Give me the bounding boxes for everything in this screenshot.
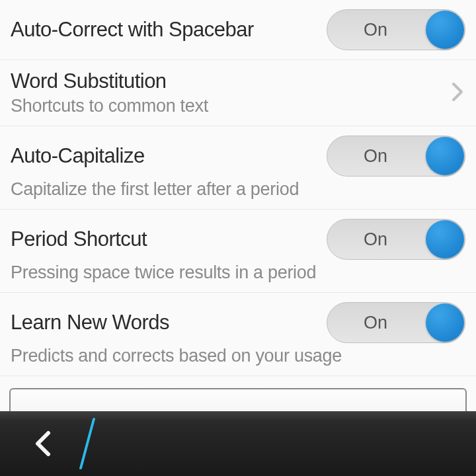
auto-correct-toggle[interactable]: On bbox=[327, 9, 465, 50]
toggle-label: On bbox=[327, 313, 424, 333]
back-icon bbox=[34, 429, 52, 458]
setting-subtitle: Capitalize the first letter after a peri… bbox=[11, 179, 465, 200]
period-shortcut-toggle[interactable]: On bbox=[327, 219, 465, 260]
setting-title: Auto-Capitalize bbox=[11, 144, 145, 168]
setting-learn-new-words: Learn New Words On Predicts and corrects… bbox=[0, 293, 476, 376]
setting-auto-correct: Auto-Correct with Spacebar On bbox=[0, 0, 476, 60]
toggle-label: On bbox=[327, 146, 424, 167]
setting-auto-capitalize: Auto-Capitalize On Capitalize the first … bbox=[0, 126, 476, 210]
learn-new-words-toggle[interactable]: On bbox=[327, 302, 465, 343]
setting-title: Period Shortcut bbox=[11, 227, 147, 251]
chevron-right-icon bbox=[452, 83, 463, 104]
auto-capitalize-toggle[interactable]: On bbox=[327, 136, 465, 177]
setting-title: Auto-Correct with Spacebar bbox=[11, 18, 254, 42]
setting-title: Learn New Words bbox=[11, 311, 169, 335]
back-button[interactable] bbox=[0, 411, 86, 476]
setting-period-shortcut: Period Shortcut On Pressing space twice … bbox=[0, 210, 476, 293]
setting-subtitle: Predicts and corrects based on your usag… bbox=[11, 346, 465, 366]
toggle-knob bbox=[426, 220, 464, 258]
setting-title: Word Substitution bbox=[11, 69, 436, 93]
toggle-knob bbox=[426, 11, 464, 49]
setting-subtitle: Shortcuts to common text bbox=[11, 96, 436, 116]
toggle-knob bbox=[426, 303, 464, 342]
bottom-bar bbox=[0, 411, 476, 476]
toggle-label: On bbox=[327, 20, 424, 40]
setting-subtitle: Pressing space twice results in a period bbox=[11, 262, 465, 283]
setting-word-substitution[interactable]: Word Substitution Shortcuts to common te… bbox=[0, 60, 476, 126]
toggle-label: On bbox=[327, 229, 424, 250]
toggle-knob bbox=[426, 137, 464, 175]
